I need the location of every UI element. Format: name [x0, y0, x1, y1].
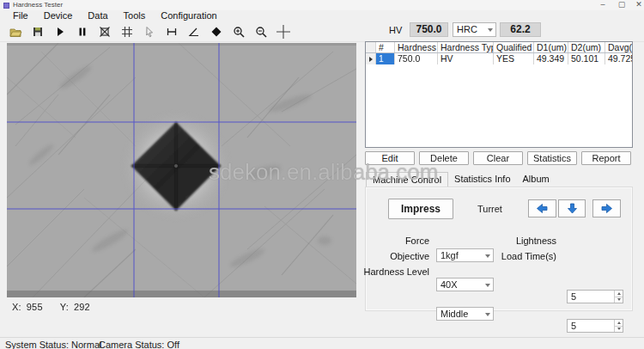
row-selector-header	[366, 42, 376, 52]
menu-data[interactable]: Data	[80, 10, 115, 21]
delete-button[interactable]: Delete	[419, 151, 469, 165]
turret-right-button[interactable]	[592, 199, 621, 217]
tab-statistics-info[interactable]: Statistics Info	[448, 172, 516, 187]
force-label: Force	[343, 234, 429, 248]
calibrate-icon[interactable]	[94, 22, 116, 41]
pause-icon[interactable]	[71, 22, 94, 41]
save-icon[interactable]	[27, 22, 49, 41]
grid-icon[interactable]	[116, 22, 138, 41]
maximize-button[interactable]: ▢	[615, 0, 629, 9]
y-label: Y:	[60, 302, 69, 312]
edit-button[interactable]: Edit	[365, 151, 415, 165]
spin-down-icon[interactable]	[615, 327, 623, 333]
col-num[interactable]: #	[376, 42, 395, 52]
cell-hardness[interactable]: 750.0	[395, 53, 438, 64]
results-table: # Hardness Hardness Type Qualified D1(um…	[365, 41, 633, 148]
col-qualified[interactable]: Qualified	[494, 42, 534, 52]
angle-icon[interactable]	[183, 22, 205, 41]
clear-button[interactable]: Clear	[473, 151, 523, 165]
objective-select[interactable]: 40X	[436, 278, 494, 291]
tab-strip: Machine Control Statistics Info Album	[366, 172, 556, 187]
cursor-icon[interactable]	[138, 22, 161, 41]
turret-down-button[interactable]	[558, 199, 586, 217]
specimen-image	[7, 43, 356, 297]
table-row[interactable]: 1 750.0 HV YES 49.349 50.101 49.725	[366, 53, 632, 64]
zoom-in-icon[interactable]	[228, 22, 250, 41]
current-row-arrow-icon	[369, 57, 373, 62]
chevron-down-icon	[485, 313, 490, 316]
impress-button[interactable]: Impress	[388, 199, 453, 219]
x-value: 955	[27, 302, 43, 312]
crosshair-icon[interactable]	[272, 22, 295, 41]
col-davg[interactable]: Davg(um)	[605, 42, 633, 52]
cell-davg[interactable]: 49.725	[605, 53, 633, 64]
eraser-icon[interactable]	[205, 22, 228, 41]
hardness-level-select[interactable]: Middle	[436, 307, 494, 321]
row-selector-cell[interactable]	[366, 53, 376, 64]
scale-value-box: 62.2	[500, 22, 541, 37]
col-d1[interactable]: D1(um)	[534, 42, 568, 52]
cursor-position-readout: X:955Y:292	[12, 302, 107, 312]
col-hardness[interactable]: Hardness	[395, 42, 438, 52]
lightness-label: Lightness	[471, 234, 556, 248]
play-icon[interactable]	[49, 22, 71, 41]
menu-configuration[interactable]: Configuration	[153, 10, 224, 21]
spin-down-icon[interactable]	[615, 297, 623, 303]
chevron-down-icon	[488, 28, 493, 32]
menu-bar: File Device Data Tools Configuration	[0, 10, 644, 21]
x-label: X:	[12, 302, 21, 312]
report-button[interactable]: Report	[581, 151, 631, 165]
cell-hardness-type[interactable]: HV	[438, 53, 494, 64]
tab-album[interactable]: Album	[517, 172, 556, 187]
minimize-button[interactable]: –	[596, 0, 610, 9]
arrow-down-icon	[567, 203, 578, 214]
window-title: Hardness Tester	[13, 1, 63, 9]
system-status: System Status: Normal	[5, 340, 101, 349]
cell-d1[interactable]: 49.349	[534, 53, 568, 64]
cell-qualified[interactable]: YES	[494, 53, 534, 64]
table-header-row: # Hardness Hardness Type Qualified D1(um…	[366, 42, 632, 53]
tab-machine-control[interactable]: Machine Control	[366, 172, 448, 187]
title-bar: Hardness Tester – ▢ ✕	[0, 0, 644, 10]
arrow-left-icon	[536, 203, 549, 214]
turret-left-button[interactable]	[528, 199, 556, 217]
measure-icon[interactable]	[161, 22, 183, 41]
app-icon	[3, 3, 9, 9]
turret-label: Turret	[477, 204, 502, 214]
hv-value-box: 750.0	[410, 22, 448, 37]
open-icon[interactable]	[4, 22, 27, 41]
load-time-stepper[interactable]: 5	[567, 319, 623, 333]
hardness-level-label: Hardness Level	[343, 265, 429, 279]
menu-tools[interactable]: Tools	[116, 10, 154, 21]
menu-file[interactable]: File	[5, 10, 36, 21]
close-button[interactable]: ✕	[632, 0, 644, 9]
camera-status: Camera Status: Off	[99, 340, 179, 349]
toolbar	[0, 21, 644, 42]
hv-label: HV	[389, 25, 402, 35]
statistics-button[interactable]: Statistics	[527, 151, 577, 165]
scale-select[interactable]: HRC	[453, 22, 496, 37]
cell-num[interactable]: 1	[376, 53, 395, 64]
zoom-out-icon[interactable]	[250, 22, 272, 41]
load-time-label: Load Time(s)	[471, 249, 556, 263]
objective-label: Objective	[343, 249, 429, 263]
spin-up-icon[interactable]	[615, 320, 623, 327]
col-hardness-type[interactable]: Hardness Type	[438, 42, 494, 52]
chevron-down-icon	[485, 284, 490, 287]
cell-d2[interactable]: 50.101	[568, 53, 605, 64]
spin-up-icon[interactable]	[615, 291, 623, 297]
y-value: 292	[74, 302, 90, 312]
col-d2[interactable]: D2(um)	[568, 42, 605, 52]
menu-device[interactable]: Device	[36, 10, 81, 21]
status-bar: System Status: Normal Camera Status: Off	[0, 337, 644, 349]
lightness-stepper[interactable]: 5	[567, 290, 623, 303]
arrow-right-icon	[600, 203, 613, 214]
